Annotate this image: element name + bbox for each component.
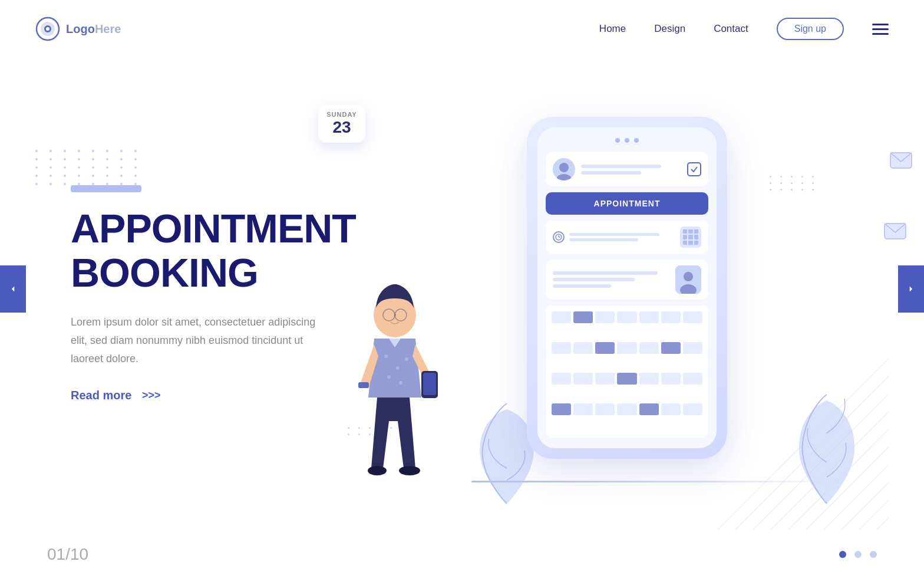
svg-rect-35 [423,373,436,395]
svg-point-25 [384,354,388,358]
calendar-badge: SUNDAY 23 [318,105,365,143]
hero-subtitle: Lorem ipsum dolor sit amet, consectetuer… [71,313,318,367]
phone-calendar-grid [546,306,708,438]
arrows-icon: >>> [142,389,161,402]
calendar-small-icon [680,226,701,248]
mail-icon-1 [890,152,912,171]
mail-icon-2 [884,223,906,242]
profile-check-icon [687,162,701,176]
nav-home[interactable]: Home [599,23,626,35]
provider-avatar [675,265,701,294]
appointment-detail-row [546,221,708,254]
svg-point-28 [387,375,391,379]
svg-point-17 [556,174,572,180]
prev-slide-button[interactable] [0,265,26,313]
svg-point-16 [559,163,569,172]
pagination-dot-2[interactable] [854,551,862,558]
svg-point-3 [46,27,50,31]
page-counter: 01/10 [47,545,88,564]
phone-mockup: APPOINTMENT [527,117,727,459]
dots-decoration-top [35,150,143,185]
svg-point-24 [399,466,420,475]
leaf-right-decoration [788,374,865,506]
main-nav: Home Design Contact Sign up [599,18,889,40]
logo[interactable]: LogoHere [35,17,121,41]
phone-profile-row [546,152,708,186]
svg-rect-36 [358,382,369,388]
svg-point-22 [680,284,697,294]
ground-line [471,481,853,482]
site-header: LogoHere Home Design Contact Sign up [0,0,924,58]
signup-button[interactable]: Sign up [777,18,844,40]
svg-point-23 [368,466,387,475]
main-content: APPOINTMENT BOOKING Lorem ipsum dolor si… [0,58,924,530]
accent-bar [71,185,141,192]
nav-contact[interactable]: Contact [714,23,748,35]
hero-illustration: SUNDAY 23 [365,58,889,530]
provider-lines [553,271,669,288]
pagination-dot-3[interactable] [870,551,877,558]
nav-design[interactable]: Design [654,23,685,35]
phone-status-dots [546,138,708,143]
svg-point-26 [396,366,400,370]
profile-avatar [553,158,575,180]
appointment-banner: APPOINTMENT [546,192,708,215]
site-footer: 01/10 [0,531,924,578]
hero-title: APPOINTMENT BOOKING [71,206,365,295]
person-illustration [330,221,460,506]
pagination-dot-1[interactable] [839,551,846,558]
next-slide-button[interactable] [898,265,924,313]
pagination-dots [839,551,877,558]
provider-row [546,260,708,300]
read-more-link[interactable]: Read more >>> [71,389,365,402]
dots-decoration-right [770,176,818,191]
svg-point-21 [684,272,693,281]
logo-icon [35,17,60,41]
svg-line-12 [877,518,889,530]
hero-left: APPOINTMENT BOOKING Lorem ipsum dolor si… [35,185,365,402]
hamburger-menu[interactable] [872,24,889,35]
clock-icon [553,231,565,243]
profile-lines [581,165,681,175]
svg-point-27 [405,357,408,361]
logo-text: LogoHere [66,22,121,36]
detail-lines [569,233,675,241]
svg-point-29 [399,381,402,385]
